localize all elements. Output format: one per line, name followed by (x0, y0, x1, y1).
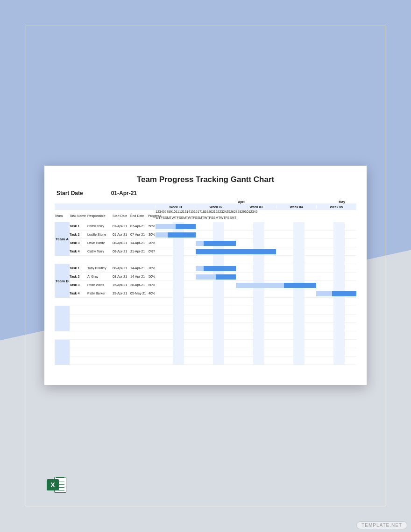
gantt-sheet: AprilMay Week 01Week 02Week 03Week 04Wee… (55, 200, 356, 365)
gantt-bar (196, 274, 236, 280)
day-number: 11 (176, 210, 179, 216)
task-row: Task 1Cathy Terry01-Apr-2107-Apr-2150% (55, 222, 156, 231)
week-label: Week 02 (196, 205, 236, 209)
start-date-row: Start Date 01-Apr-21 (57, 190, 356, 196)
column-header: Team (55, 210, 70, 216)
header-months: AprilMay (55, 200, 356, 203)
day-number: 14 (186, 210, 190, 216)
gantt-bar (236, 283, 316, 288)
month-label: April (156, 200, 327, 203)
empty-row (55, 357, 156, 365)
week-label: Week 04 (276, 205, 316, 209)
spacer-row (55, 256, 156, 264)
day-number: 15 (190, 210, 194, 216)
gantt-bar (196, 249, 276, 254)
month-label: May (327, 200, 356, 203)
task-row: Task 4Patty Barker29-Apr-2105-May-2140% (55, 289, 156, 298)
gantt-bar (156, 224, 196, 229)
day-number: 30 (245, 210, 248, 216)
task-row: Task 2Lucille Stone01-Apr-2107-Apr-2130% (55, 231, 156, 239)
empty-row (55, 331, 156, 340)
gantt-body: Task 1Cathy Terry01-Apr-2107-Apr-2150%Ta… (55, 222, 356, 365)
day-number: 29 (241, 210, 245, 216)
day-number: 16 (194, 210, 198, 216)
empty-row (55, 323, 156, 331)
gantt-bar (316, 291, 356, 296)
empty-row (55, 298, 156, 306)
gantt-bar (156, 232, 196, 238)
week-label: Week 03 (236, 205, 276, 209)
gantt-bar-progress (236, 283, 284, 288)
column-header: Responsible (87, 210, 113, 216)
watermark: TEMPLATE.NET (356, 521, 407, 529)
excel-icon: X (47, 475, 66, 495)
gantt-bar-progress (316, 291, 332, 296)
start-date-label: Start Date (57, 190, 83, 196)
document-preview: Team Progress Tracking Gantt Chart Start… (44, 166, 367, 385)
empty-row (55, 348, 156, 357)
day-number: 23 (220, 210, 223, 216)
task-row: Task 2Al Gray08-Apr-2114-Apr-2150% (55, 273, 156, 281)
dow-letter: W (172, 216, 175, 222)
excel-badge: X (47, 479, 59, 490)
day-number: 25 (227, 210, 230, 216)
gantt-bar (196, 266, 236, 271)
gantt-bar-progress (196, 266, 204, 271)
dow-letter: T (234, 216, 236, 222)
day-number: 13 (183, 210, 187, 216)
day-number: 26 (230, 210, 234, 216)
column-header: Task Name (70, 210, 87, 216)
team-label: Team B (55, 264, 70, 298)
dow-letter: W (156, 216, 159, 222)
day-number: 28 (238, 210, 241, 216)
day-number: 22 (216, 210, 220, 216)
task-row: Task 1Toby Bradley08-Apr-2114-Apr-2120% (55, 264, 156, 273)
empty-row (55, 340, 156, 348)
day-number: 5 (256, 210, 258, 216)
dow-letter: W (220, 216, 224, 222)
week-label: Week 05 (316, 205, 356, 209)
header-days: TeamTask NameResponsibleStart DateEnd Da… (55, 210, 356, 216)
column-header: Start Date (113, 210, 130, 216)
column-header: Progress (148, 210, 156, 216)
column-header: End Date (130, 210, 148, 216)
task-row: Task 3Dave Hardy08-Apr-2114-Apr-2120% (55, 239, 156, 247)
gantt-bar-progress (196, 241, 204, 246)
day-number: 18 (201, 210, 205, 216)
team-label: Team A (55, 222, 70, 256)
empty-row (55, 315, 156, 323)
header-weeks: Week 01Week 02Week 03Week 04Week 05 (55, 203, 356, 210)
week-label: Week 01 (156, 205, 196, 209)
team-label-blank (55, 340, 70, 365)
day-number: 24 (223, 210, 227, 216)
day-number: 19 (205, 210, 208, 216)
gantt-bar-progress (156, 224, 176, 229)
day-number: 12 (179, 210, 183, 216)
day-number: 17 (198, 210, 201, 216)
start-date-value: 01-Apr-21 (111, 190, 137, 196)
day-number: 21 (212, 210, 216, 216)
header-dow: WTFSSMTWTFSSMTWTFSSMTWTFSSMTWTFSSMT (55, 216, 356, 222)
day-number: 27 (234, 210, 238, 216)
gantt-bar (196, 241, 236, 246)
task-row: Task 3Rose Watts15-Apr-2128-Apr-2160% (55, 281, 156, 289)
task-row: Task 4Cathy Terry08-Apr-2121-Apr-210%? (55, 247, 156, 256)
team-label-blank (55, 306, 70, 331)
empty-row (55, 306, 156, 315)
day-number: 20 (208, 210, 212, 216)
gantt-bar-progress (196, 274, 216, 280)
dow-letter: W (204, 216, 207, 222)
dow-letter: W (188, 216, 191, 222)
chart-title: Team Progress Tracking Gantt Chart (55, 175, 356, 184)
gantt-bar-progress (156, 232, 168, 238)
day-number: 10 (172, 210, 176, 216)
